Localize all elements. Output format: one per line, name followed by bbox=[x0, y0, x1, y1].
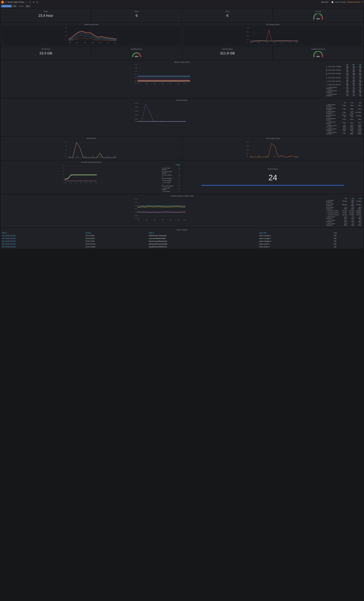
svg-text:50: 50 bbox=[65, 153, 66, 154]
svg-text:18:04: 18:04 bbox=[69, 182, 72, 183]
network-chart-area: 30 kBps 20 kBps 10 kBps 0 Bps -10 kBps -… bbox=[2, 197, 324, 226]
svg-text:0 Bps: 0 Bps bbox=[135, 208, 137, 210]
svg-text:0%: 0% bbox=[247, 42, 248, 43]
svg-text:18:12: 18:12 bbox=[177, 121, 180, 122]
time-range[interactable]: Last 15 minutes bbox=[335, 1, 346, 3]
zoom-back-icon[interactable]: ‹ bbox=[319, 1, 320, 3]
iops-title: IOPS by Node bbox=[2, 138, 181, 139]
svg-text:18:10: 18:10 bbox=[169, 121, 172, 122]
svg-text:18:12: 18:12 bbox=[288, 156, 291, 157]
running-containers-legend: current ▼ mon_node-exporter6mon_dockerd-… bbox=[161, 164, 181, 192]
svg-text:18:14: 18:14 bbox=[184, 121, 186, 122]
total-memory-panel: Total Memory 23.3 GB bbox=[1, 47, 91, 60]
system-load-chart: 0.15 0.10 0.05 0 18:02 18:04 18:06 18:08… bbox=[2, 26, 181, 45]
svg-text:125: 125 bbox=[65, 141, 67, 142]
cell-node-id: k5yyaz7ywqsx9kfeg3qtzy9ly bbox=[148, 240, 258, 243]
cpu-io-wait-title: CPU IO Wait by Node bbox=[183, 138, 362, 139]
cpus-label: CPUs bbox=[226, 11, 229, 12]
stats-row-1: Uptime 23.4 hour Nodes 6 CPUs 6 CPU Idle… bbox=[0, 8, 364, 23]
total-containers-title: Total Containers bbox=[267, 168, 278, 170]
svg-text:-20 kBps: -20 kBps bbox=[135, 215, 138, 216]
legend-row: IN swarm-manager-2899 Bps24.6 kBps6.6 kB… bbox=[325, 203, 362, 206]
cell-node-name: swarm-worker-1 bbox=[258, 243, 333, 245]
svg-text:18:12: 18:12 bbox=[107, 42, 109, 43]
table-column-header[interactable]: Time ▼ bbox=[1, 231, 85, 234]
svg-text:94%: 94% bbox=[316, 18, 320, 20]
legend-row: mon_node-exporter6 bbox=[161, 167, 180, 170]
svg-text:18:10: 18:10 bbox=[99, 156, 102, 157]
svg-text:18:08: 18:08 bbox=[161, 219, 164, 220]
svg-text:18:10: 18:10 bbox=[99, 42, 102, 43]
svg-text:18:10: 18:10 bbox=[281, 42, 284, 43]
cpu-idle-panel: CPU Idle 94% bbox=[273, 9, 363, 22]
nodes-value: 6 bbox=[136, 14, 138, 18]
memory-legend: min max avg Used swarm-manager-1950 MB96… bbox=[325, 63, 362, 97]
network-legend: min max avg IN swarm-manager-1936 Bps20.… bbox=[325, 197, 362, 226]
svg-text:18:02: 18:02 bbox=[138, 121, 140, 122]
memory-chart-area: 15 GB 13 GB 10 GB 8 GB 5 GB 3 GB 0 B bbox=[2, 63, 324, 97]
iops-panel: IOPS by Node 125 100 75 50 25 0 18:02 18… bbox=[1, 137, 182, 160]
svg-text:18:14: 18:14 bbox=[295, 156, 298, 157]
svg-text:75: 75 bbox=[65, 149, 66, 150]
svg-text:18:06: 18:06 bbox=[84, 42, 86, 43]
legend-row: Read swarm-manager-10 Bps0 Bps0 Bps bbox=[325, 104, 362, 107]
svg-text:30 kBps: 30 kBps bbox=[135, 198, 138, 200]
svg-text:18:04: 18:04 bbox=[257, 156, 260, 157]
svg-text:0.15: 0.15 bbox=[65, 27, 67, 29]
cell-instance: 10.0.0.12:9100 bbox=[85, 243, 148, 245]
legend-row: db_mongo-exporter1 bbox=[161, 187, 180, 190]
svg-text:18:08: 18:08 bbox=[273, 42, 276, 43]
legend-row: Cached swarm-manager-2986 MB986 MB986 MB bbox=[325, 90, 362, 93]
svg-text:5%: 5% bbox=[247, 153, 248, 154]
legend-max-header: max bbox=[350, 64, 356, 65]
all-filter[interactable]: All bbox=[13, 5, 17, 8]
star-icon[interactable]: ☆ bbox=[25, 1, 28, 3]
svg-text:25%: 25% bbox=[247, 39, 249, 40]
nodes-label: Nodes bbox=[135, 11, 139, 12]
legend-row: Used swarm-worker-11.22 GB1.27 GB1.25 GB bbox=[325, 76, 362, 79]
svg-text:18:02: 18:02 bbox=[68, 42, 71, 43]
cell-time: 2017-10-04 18:15:35 bbox=[1, 245, 85, 248]
svg-text:0: 0 bbox=[65, 39, 66, 40]
swarm-node-filter[interactable]: Swarm Node bbox=[1, 5, 12, 8]
zoom-forward-icon[interactable]: › bbox=[330, 1, 330, 3]
legend-row: Written swarm-manager-19.01 kBps33.31 kB… bbox=[325, 125, 362, 128]
cpu-usage-chart: 100% 75% 50% 25% 0% 18:02 18:04 18:06 18… bbox=[183, 26, 362, 45]
cell-node-id: mgkwfkkb4kqw2fl09akxt2rru bbox=[148, 245, 258, 248]
refresh-icon[interactable]: ⟳ bbox=[362, 1, 363, 3]
svg-text:18:12: 18:12 bbox=[177, 219, 180, 220]
memory-usage-panel: Memory usage by Node 15 GB 13 GB 10 GB 8… bbox=[1, 60, 363, 98]
running-containers-layout: 30 25 20 15 10 5 0 bbox=[2, 164, 181, 192]
disk-io-chart-area: 25 MBps 20 MBps 15 MBps 10 MBps 5 MBps 0… bbox=[2, 101, 324, 135]
zoom-out-btn[interactable]: Zoom Out bbox=[321, 1, 328, 3]
network-traffic-panel: Containers Network Traffic by Node 30 kB… bbox=[1, 194, 363, 227]
refresh-label[interactable]: Refresh every 30s bbox=[347, 1, 360, 3]
share-icon[interactable]: ⟳ bbox=[29, 1, 31, 3]
cluster-table: Time ▼instancenode_idnode_nameValue 2017… bbox=[1, 231, 363, 248]
svg-text:18:02: 18:02 bbox=[138, 219, 140, 220]
bookmark-icon[interactable]: ⊕ bbox=[32, 1, 35, 3]
legend-row: Read swarm-worker-30 Bps0 Bps0 Bps bbox=[325, 121, 362, 124]
svg-text:5 GB: 5 GB bbox=[135, 77, 137, 78]
legend-row: OUT swarm-manager-3-19.3 kBps-2.5 kBps-8… bbox=[325, 223, 362, 226]
total-memory-label: Total Memory bbox=[41, 48, 50, 50]
svg-text:100: 100 bbox=[65, 145, 67, 146]
containers-row: Running Containers by Service 30 25 20 1… bbox=[0, 160, 364, 194]
table-column-header: Value bbox=[332, 231, 363, 234]
cluster-members-panel: Cluster members Time ▼instancenode_idnod… bbox=[1, 228, 363, 248]
auto-interval[interactable]: auto bbox=[25, 5, 30, 8]
cell-node-id: urc5j7qrsaz8fw4fnfm9if8ts bbox=[148, 237, 258, 240]
svg-text:18:02: 18:02 bbox=[138, 83, 140, 84]
svg-text:3 GB: 3 GB bbox=[135, 80, 137, 81]
cell-time: 2017-10-04 18:15:35 bbox=[1, 237, 85, 240]
table-row: 2017-10-04 18:15:3510.0.0.11:9100mgkwfkk… bbox=[1, 245, 363, 248]
uptime-value: 23.4 hour bbox=[39, 14, 53, 18]
svg-text:18:10: 18:10 bbox=[169, 219, 172, 220]
svg-text:18:06: 18:06 bbox=[75, 182, 77, 183]
legend-row: db_mongo1 bbox=[161, 190, 180, 192]
svg-text:50%: 50% bbox=[247, 35, 249, 36]
svg-text:18:10: 18:10 bbox=[281, 156, 284, 157]
settings-icon[interactable]: ⚙ bbox=[36, 1, 39, 3]
svg-text:10 kBps: 10 kBps bbox=[135, 205, 138, 206]
avail-memory-label: Available Memory bbox=[131, 48, 142, 50]
